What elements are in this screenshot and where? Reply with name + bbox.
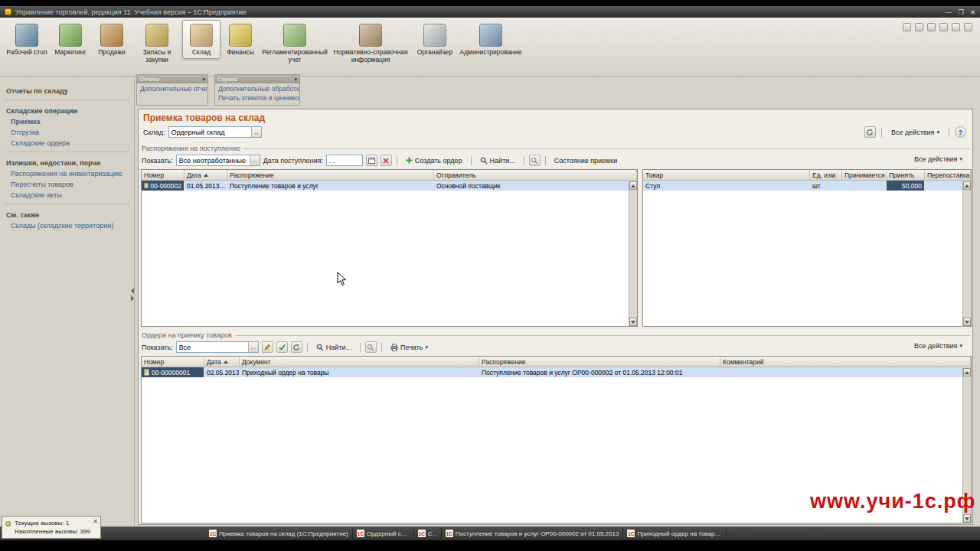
refresh-list-button[interactable]	[291, 341, 302, 353]
taskbar-item-goods-receipt[interactable]: 1С Поступление товаров и услуг ОР00-0000…	[442, 527, 624, 540]
date-input[interactable]: . .	[326, 155, 363, 166]
tab-finance[interactable]: Финансы	[220, 20, 260, 59]
refresh-button[interactable]	[864, 126, 876, 138]
all-actions-button[interactable]: Все действия ▾	[910, 341, 966, 351]
column-header-product[interactable]: Товар	[643, 170, 810, 180]
additional-reports-link[interactable]: Дополнительные отчеты	[137, 83, 207, 93]
cancel-search-button[interactable]	[365, 341, 377, 353]
quick-access-icon-4[interactable]	[939, 23, 948, 31]
divider	[244, 148, 970, 149]
create-order-button[interactable]: Создать ордер	[402, 155, 466, 166]
reports-panel-title: Отчеты	[139, 76, 159, 83]
tab-label: Запасы и закупки	[133, 49, 181, 64]
column-header-accepting[interactable]: Принимается	[842, 170, 887, 180]
tab-label: Органайзер	[417, 49, 452, 57]
column-header-date[interactable]: Дата	[204, 357, 240, 367]
column-header-sender[interactable]: Отправитель	[434, 170, 637, 180]
close-button[interactable]: ✕	[970, 8, 975, 16]
receipts-filter-combobox[interactable]: Все ...	[176, 341, 259, 353]
tab-organizer[interactable]: Органайзер	[412, 20, 458, 59]
table-row[interactable]: Стул шт 50,000	[643, 181, 971, 191]
sidebar-item-warehouse-orders[interactable]: Складские ордера	[0, 138, 134, 148]
tab-marketing[interactable]: Маркетинг	[49, 20, 92, 59]
find-button[interactable]: Найти...	[312, 342, 355, 353]
print-labels-link[interactable]: Печать этикеток и ценников	[215, 93, 299, 102]
all-actions-button[interactable]: Все действия ▾	[887, 127, 943, 138]
scroll-up-button[interactable]	[629, 181, 637, 190]
tab-sales[interactable]: Продажи	[92, 20, 132, 59]
table-row[interactable]: 00-000002 01.05.2013... Поступление това…	[142, 181, 637, 191]
column-header-date[interactable]: Дата	[185, 170, 227, 180]
table-row[interactable]: 00-00000001 02.05.2013... Приходный орде…	[142, 367, 971, 377]
quick-access-icon-3[interactable]	[927, 23, 936, 31]
taskbar-item-warehouse[interactable]: 1С Ордерный склад	[353, 527, 414, 540]
taskbar-item-receipt-order[interactable]: 1С Приходный ордер на товары 00-00000001	[623, 527, 727, 540]
scroll-up-button[interactable]	[963, 181, 971, 190]
quick-access-icon-6[interactable]	[964, 23, 972, 31]
quick-access-icon-5[interactable]	[952, 23, 960, 31]
vertical-scrollbar[interactable]	[962, 181, 971, 326]
tab-inventory[interactable]: Запасы и закупки	[132, 20, 182, 66]
quick-access-icon-2[interactable]	[915, 23, 923, 31]
scroll-down-button[interactable]	[629, 318, 637, 326]
taskbar-item-product[interactable]: 1С Стул	[414, 527, 442, 540]
sidebar-item-warehouses[interactable]: Склады (складские территории)	[0, 220, 134, 231]
minimize-button[interactable]: —	[946, 8, 952, 16]
receiving-status-button[interactable]: Состояние приемки	[550, 155, 621, 166]
choose-button[interactable]: ...	[250, 155, 260, 165]
column-header-order[interactable]: Распоряжение	[227, 170, 434, 180]
sidebar-item-warehouse-reports[interactable]: Отчеты по складу	[0, 86, 134, 96]
help-button[interactable]: ?	[955, 126, 966, 138]
sidebar-item-shipping[interactable]: Отгрузка	[0, 127, 134, 138]
clear-date-button[interactable]	[381, 155, 392, 166]
sidebar-item-inventory-orders[interactable]: Распоряжения на инвентаризацию	[0, 168, 134, 179]
chevron-down-icon: ▾	[425, 344, 428, 350]
column-header-order[interactable]: Распоряжение	[479, 357, 720, 367]
divider	[397, 156, 397, 165]
calendar-button[interactable]	[366, 155, 377, 166]
sidebar-splitter[interactable]	[131, 288, 134, 302]
additional-processing-link[interactable]: Дополнительные обработки	[215, 83, 299, 93]
scroll-down-button[interactable]	[963, 514, 971, 523]
column-header-number[interactable]: Номер	[142, 357, 204, 367]
vertical-scrollbar[interactable]	[629, 181, 637, 326]
all-actions-button[interactable]: Все действия ▾	[910, 154, 966, 165]
column-header-redelivery[interactable]: Перепоставка	[925, 170, 971, 180]
expand-right-icon	[131, 295, 134, 302]
close-icon[interactable]: ✕	[93, 517, 98, 526]
orders-group-header: Распоряжения на поступление	[142, 145, 970, 152]
orders-filter-combobox[interactable]: Все неотработанные ...	[176, 155, 260, 166]
sidebar-item-warehouse-acts[interactable]: Складские акты	[0, 190, 134, 201]
warehouse-combobox[interactable]: Ордерный склад ...	[168, 126, 262, 138]
sidebar-item-receiving[interactable]: Приемка	[0, 116, 134, 127]
column-header-unit[interactable]: Ед. изм.	[810, 170, 842, 180]
chevron-down-icon[interactable]: ▾	[294, 77, 297, 83]
edit-button[interactable]	[262, 341, 273, 353]
sidebar-item-goods-recount[interactable]: Пересчеты товаров	[0, 179, 134, 190]
tab-desktop[interactable]: Рабочий стол	[5, 20, 49, 59]
print-button[interactable]: Печать ▾	[387, 342, 432, 353]
find-button[interactable]: Найти...	[476, 155, 519, 166]
tab-warehouse[interactable]: Склад	[182, 20, 220, 59]
quick-access-icon-1[interactable]	[903, 23, 911, 31]
choose-button[interactable]: ...	[248, 342, 258, 352]
performance-indicator: ✕ Текущие вызовы: 1 Накопленные вызовы: …	[2, 516, 101, 539]
column-header-document[interactable]: Документ	[240, 357, 479, 367]
scroll-up-button[interactable]	[963, 368, 971, 377]
column-header-comment[interactable]: Комментарий	[720, 357, 971, 367]
cancel-search-button[interactable]	[529, 155, 541, 166]
tab-master-data[interactable]: Нормативно-справочная информация	[329, 20, 412, 66]
maximize-button[interactable]: ❐	[958, 8, 964, 16]
tab-regulated-accounting[interactable]: Регламентированный учет	[260, 20, 329, 66]
column-header-accept[interactable]: Принять	[887, 170, 925, 180]
chevron-down-icon[interactable]: ▾	[202, 77, 205, 83]
tab-administration[interactable]: Администрирование	[458, 20, 524, 59]
scroll-down-button[interactable]	[963, 318, 971, 326]
taskbar-item-receiving[interactable]: 1С Приемка товаров на склад (1С:Предприя…	[205, 527, 353, 540]
create-order-label: Создать ордер	[415, 157, 462, 165]
column-header-number[interactable]: Номер	[142, 170, 185, 180]
choose-button[interactable]: ...	[251, 127, 261, 137]
tab-label: Склад	[192, 49, 211, 57]
post-document-button[interactable]	[276, 341, 288, 353]
sales-icon	[100, 24, 123, 47]
